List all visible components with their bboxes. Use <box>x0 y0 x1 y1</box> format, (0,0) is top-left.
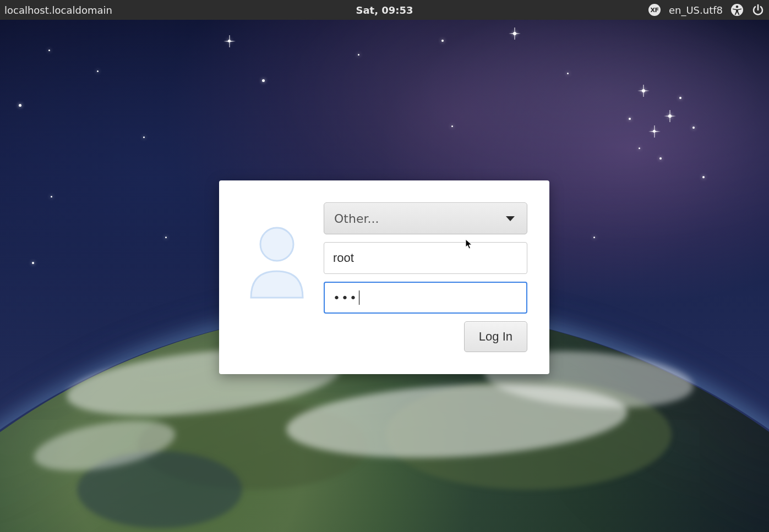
keyboard-layout-indicator[interactable]: en_US.utf8 <box>669 4 723 16</box>
power-icon[interactable] <box>751 3 765 17</box>
clock-label: Sat, 09:53 <box>356 4 413 16</box>
chevron-down-icon <box>506 216 515 221</box>
login-button[interactable]: Log In <box>464 321 527 352</box>
login-dialog: Other... ••• Log In <box>219 180 549 374</box>
hostname-label: localhost.localdomain <box>4 4 112 16</box>
accessibility-icon[interactable] <box>730 3 744 17</box>
password-input[interactable]: ••• <box>324 282 527 314</box>
svg-point-2 <box>260 228 293 261</box>
svg-point-1 <box>736 6 738 8</box>
top-panel: localhost.localdomain Sat, 09:53 XF en_U… <box>0 0 769 20</box>
username-input[interactable] <box>324 242 527 274</box>
user-select-dropdown[interactable]: Other... <box>324 202 527 234</box>
xfce-session-icon[interactable]: XF <box>648 3 661 17</box>
password-mask: ••• <box>333 291 358 305</box>
user-avatar-icon <box>246 224 309 299</box>
user-select-value: Other... <box>334 212 379 226</box>
